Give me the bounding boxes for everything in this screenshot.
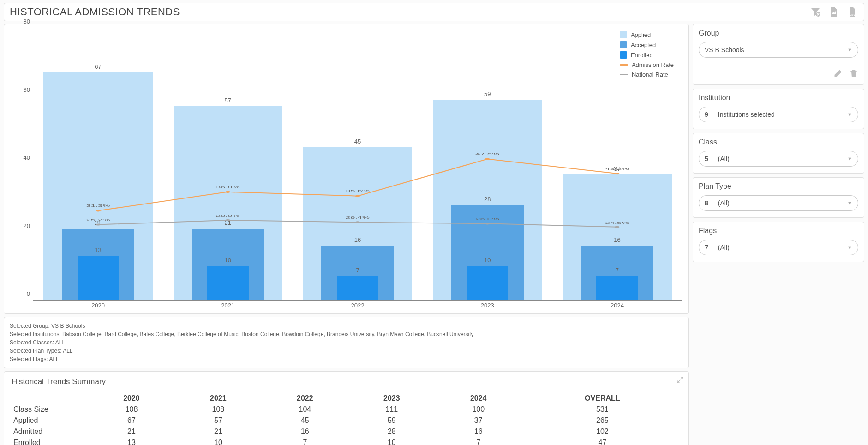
chevron-down-icon: ▼: [847, 112, 852, 117]
svg-text:28.0%: 28.0%: [216, 214, 240, 218]
svg-text:26.4%: 26.4%: [346, 216, 370, 220]
table-cell: 7: [262, 437, 348, 445]
table-cell: 59: [348, 415, 435, 426]
selection-info-panel: Selected Group: VS B Schools Selected In…: [4, 317, 689, 368]
filter-institution-panel: Institution 9 Institutions selected ▼: [693, 89, 864, 129]
svg-text:36.8%: 36.8%: [216, 185, 240, 189]
flags-select-value: (All): [718, 244, 730, 251]
table-cell: 10: [348, 437, 435, 445]
row-label: Enrolled: [10, 437, 88, 445]
table-cell: 57: [175, 415, 262, 426]
edit-group-icon[interactable]: [833, 69, 843, 78]
svg-point-7: [96, 223, 101, 225]
info-line: Selected Group: VS B Schools: [10, 322, 683, 330]
filter-group-panel: Group VS B Schools ▼: [693, 24, 864, 85]
institution-select[interactable]: 9 Institutions selected ▼: [699, 107, 858, 122]
svg-text:24.5%: 24.5%: [605, 221, 629, 225]
info-line: Selected Flags: ALL: [10, 355, 683, 363]
y-tick: 40: [24, 154, 30, 161]
filter-class-panel: Class 5 (All) ▼: [693, 133, 864, 174]
row-label: Admitted: [10, 426, 88, 437]
summary-panel: Historical Trends Summary 20202021202220…: [4, 371, 689, 445]
table-cell: 10: [175, 437, 262, 445]
chart-legend: Applied Accepted Enrolled Admission Rate…: [620, 31, 674, 78]
legend-item[interactable]: Accepted: [620, 41, 674, 48]
svg-point-9: [355, 221, 360, 223]
table-cell: 108: [175, 404, 262, 415]
table-cell: 7: [435, 437, 522, 445]
svg-point-4: [355, 195, 360, 197]
svg-text:47.5%: 47.5%: [475, 152, 499, 156]
svg-point-3: [226, 191, 230, 193]
y-tick: 80: [24, 18, 30, 25]
category-label: 2023: [423, 300, 552, 309]
group-select-value: VS B Schools: [705, 46, 744, 54]
filter-title: Flags: [699, 227, 858, 235]
table-cell: 531: [522, 404, 683, 415]
table-cell: 21: [175, 426, 262, 437]
legend-item[interactable]: Applied: [620, 31, 674, 38]
legend-label: Applied: [631, 31, 651, 38]
table-header: 2021: [175, 393, 262, 404]
summary-title: Historical Trends Summary: [12, 377, 683, 386]
info-line: Selected Institutions: Babson College, B…: [10, 330, 683, 338]
svg-text:35.6%: 35.6%: [346, 189, 370, 193]
row-label: Applied: [10, 415, 88, 426]
chevron-down-icon: ▼: [847, 245, 852, 250]
table-row: Class Size108108104111100531: [10, 404, 683, 415]
category-label: 2020: [33, 300, 163, 309]
page-title: HISTORICAL ADMISSION TRENDS: [10, 6, 180, 18]
table-cell: 100: [435, 404, 522, 415]
export-image-icon[interactable]: [828, 6, 840, 18]
svg-point-10: [485, 222, 490, 224]
table-header: OVERALL: [522, 393, 683, 404]
header-actions: CSV: [809, 6, 858, 18]
info-line: Selected Classes: ALL: [10, 338, 683, 347]
legend-item[interactable]: Enrolled: [620, 51, 674, 59]
legend-item[interactable]: Admission Rate: [620, 61, 674, 68]
y-tick: 20: [24, 222, 30, 229]
expand-icon[interactable]: [676, 376, 684, 385]
table-cell: 47: [522, 437, 683, 445]
svg-text:25.2%: 25.2%: [86, 218, 110, 222]
table-cell: 21: [88, 426, 175, 437]
table-row: Applied6757455937265: [10, 415, 683, 426]
category-label: 2022: [293, 300, 422, 309]
table-cell: 102: [522, 426, 683, 437]
svg-point-5: [485, 158, 490, 160]
flags-select[interactable]: 7 (All) ▼: [699, 240, 858, 255]
class-select[interactable]: 5 (All) ▼: [699, 151, 858, 167]
table-row: Admitted2121162816102: [10, 426, 683, 437]
row-label: Class Size: [10, 404, 88, 415]
institution-count: 9: [705, 107, 713, 122]
institution-select-value: Institutions selected: [718, 111, 775, 118]
table-header: 2023: [348, 393, 435, 404]
delete-group-icon[interactable]: [849, 69, 858, 78]
table-cell: 111: [348, 404, 435, 415]
info-line: Selected Plan Types: ALL: [10, 347, 683, 355]
svg-text:43.2%: 43.2%: [605, 167, 629, 171]
chevron-down-icon: ▼: [847, 156, 852, 162]
plan-type-count: 8: [705, 196, 713, 210]
table-cell: 16: [435, 426, 522, 437]
table-cell: 108: [88, 404, 175, 415]
filter-title: Group: [699, 29, 858, 37]
filter-flags-panel: Flags 7 (All) ▼: [693, 222, 864, 262]
export-csv-icon[interactable]: CSV: [846, 6, 858, 18]
filter-title: Institution: [699, 94, 858, 102]
legend-label: Accepted: [631, 42, 656, 48]
table-cell: 37: [435, 415, 522, 426]
chart-plot: 67 21 13 2020 57 21 10 2021 45: [33, 28, 682, 301]
table-header: 2020: [88, 393, 175, 404]
svg-point-6: [615, 173, 619, 174]
clear-filter-icon[interactable]: [809, 6, 821, 18]
chart-y-axis: 0 20 40 60 80: [11, 28, 33, 301]
chevron-down-icon: ▼: [847, 200, 852, 206]
plan-type-select[interactable]: 8 (All) ▼: [699, 195, 858, 211]
group-select[interactable]: VS B Schools ▼: [699, 42, 858, 58]
y-tick: 60: [24, 86, 30, 93]
table-row: Enrolled1310710747: [10, 437, 683, 445]
legend-item[interactable]: National Rate: [620, 71, 674, 78]
filters-sidebar: Group VS B Schools ▼ Institution: [693, 24, 864, 262]
table-cell: 104: [262, 404, 348, 415]
